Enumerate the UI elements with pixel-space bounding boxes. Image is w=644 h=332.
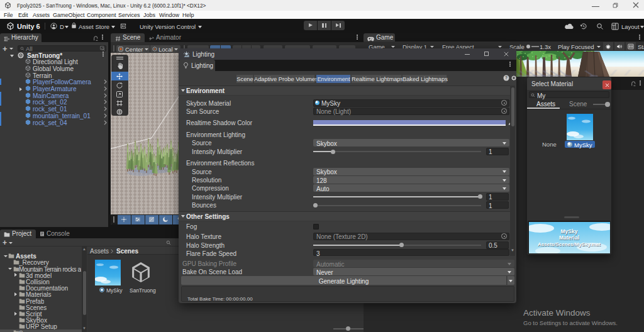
svg-text:Assets/Scenes/MySky.mat: Assets/Scenes/MySky.mat (538, 241, 601, 247)
svg-text:Material: Material (558, 235, 579, 241)
svg-text:MySky: MySky (560, 228, 577, 235)
svg-text:?: ? (505, 75, 508, 80)
